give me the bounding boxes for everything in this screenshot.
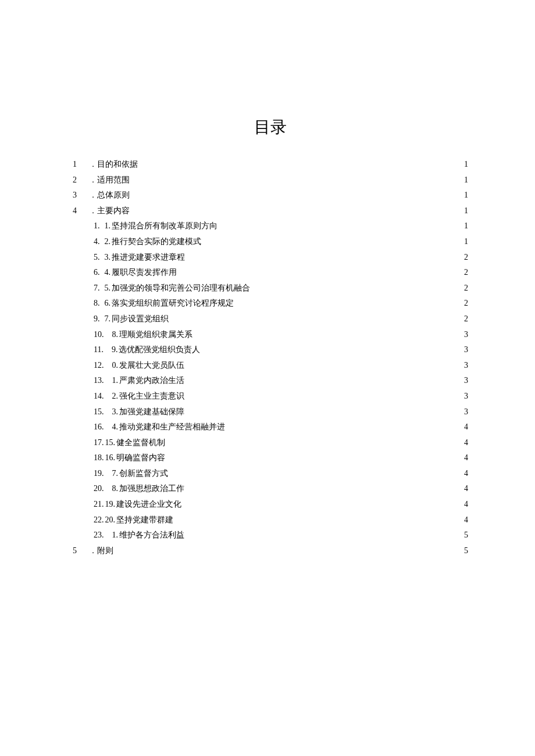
toc-top-row: 4 ． 主要内容 1 (73, 203, 468, 219)
toc-sub-prefix: 20. (105, 513, 116, 528)
toc-sub-prefix: 1. (112, 528, 119, 543)
toc-sub-prefix: 8. (112, 327, 119, 343)
toc-sub-prefix: 7. (105, 311, 111, 327)
toc-row-page: 4 (462, 513, 468, 528)
toc-row-page: 3 (462, 404, 468, 420)
toc-sub-prefix: 5. (105, 281, 111, 296)
toc-sub-number: 6. (94, 265, 100, 281)
toc-sub-number: 1. (94, 218, 100, 234)
toc-sub-row: 12. 0. 发展壮大党员队伍 3 (73, 358, 468, 374)
toc-sub-number: 18. (94, 450, 104, 466)
toc-row-number: 5 (73, 543, 89, 559)
toc-row-label: 附则 (97, 543, 113, 559)
toc-row-page: 4 (462, 435, 468, 451)
toc-sub-row: 22. 20. 坚持党建带群建 4 (73, 513, 468, 528)
toc-sub-label: 坚持混合所有制改革原则方向 (112, 218, 217, 234)
toc-top-row: 5 ． 附则 5 (73, 543, 468, 559)
toc-row-page: 2 (462, 296, 468, 311)
toc-sub-row: 20. 8. 加强思想政治工作 4 (73, 481, 468, 497)
toc-row-page: 1 (462, 218, 468, 234)
table-of-contents: 1 ． 目的和依据 1 2 ． 适用范围 1 3 ． 总体原则 1 4 ． 主要… (73, 157, 468, 558)
toc-sub-label: 创新监督方式 (119, 466, 168, 482)
toc-sub-row: 17. 15. 健全监督机制 4 (73, 435, 468, 451)
toc-row-page: 4 (462, 466, 468, 482)
toc-row-page: 3 (462, 342, 468, 358)
toc-sub-label: 严肃党内政治生活 (119, 373, 184, 389)
toc-sub-row: 18. 16. 明确监督内容 4 (73, 450, 468, 466)
toc-sub-row: 1. 1. 坚持混合所有制改革原则方向 1 (73, 218, 468, 234)
toc-row-leader (181, 499, 462, 507)
toc-sub-number: 23. (94, 528, 104, 543)
toc-sub-label: 履职尽责发挥作用 (112, 265, 177, 281)
toc-sub-prefix: 15. (105, 435, 116, 451)
toc-row-number: 1 (73, 157, 89, 173)
toc-sub-label: 同步设置党组织 (112, 311, 169, 327)
toc-sub-row: 16. 4. 推动党建和生产经营相融并进 4 (73, 420, 468, 435)
toc-row-dot: ． (89, 157, 97, 173)
toc-row-number: 4 (73, 203, 89, 219)
toc-row-page: 1 (462, 157, 468, 173)
toc-sub-label: 发展壮大党员队伍 (119, 358, 184, 374)
toc-row-page: 2 (462, 281, 468, 296)
toc-row-page: 2 (462, 265, 468, 281)
toc-row-label: 目的和依据 (97, 157, 138, 173)
toc-sub-number: 13. (94, 373, 104, 389)
toc-row-leader (138, 159, 462, 167)
toc-row-leader (184, 375, 462, 383)
toc-sub-number: 9. (94, 311, 100, 327)
toc-row-leader (185, 252, 462, 260)
toc-sub-label: 理顺党组织隶属关系 (119, 327, 192, 343)
toc-row-page: 2 (462, 250, 468, 266)
toc-row-leader (184, 406, 462, 414)
toc-row-leader (225, 421, 462, 429)
toc-row-leader (165, 437, 462, 445)
toc-sub-number: 21. (94, 497, 104, 513)
toc-sub-label: 加强党的领导和完善公司治理有机融合 (112, 281, 250, 296)
toc-sub-prefix: 8. (112, 481, 119, 497)
toc-title: 目录 (73, 116, 468, 138)
toc-row-leader (177, 267, 462, 275)
toc-sub-label: 推动党建和生产经营相融并进 (119, 420, 225, 435)
toc-sub-label: 明确监督内容 (116, 450, 165, 466)
toc-sub-prefix: 16. (105, 450, 116, 466)
toc-sub-row: 19. 7. 创新监督方式 4 (73, 466, 468, 482)
toc-row-number: 3 (73, 188, 89, 203)
toc-sub-prefix: 1. (112, 373, 119, 389)
toc-sub-row: 14. 2. 强化主业主责意识 3 (73, 389, 468, 404)
toc-sub-prefix: 4. (112, 420, 119, 435)
toc-top-row: 1 ． 目的和依据 1 (73, 157, 468, 173)
toc-row-leader (130, 205, 462, 213)
toc-sub-row: 23. 1. 维护各方合法利益 5 (73, 528, 468, 543)
toc-sub-number: 14. (94, 389, 104, 404)
toc-sub-prefix: 19. (105, 497, 116, 513)
toc-row-leader (250, 282, 462, 291)
toc-sub-label: 推行契合实际的党建模式 (112, 234, 201, 250)
toc-sub-number: 22. (94, 513, 104, 528)
toc-top-row: 3 ． 总体原则 1 (73, 188, 468, 203)
toc-row-leader (168, 468, 462, 476)
toc-sub-row: 21. 19. 建设先进企业文化 4 (73, 497, 468, 513)
toc-row-page: 1 (462, 234, 468, 250)
toc-sub-number: 5. (94, 250, 100, 266)
toc-row-number: 2 (73, 173, 89, 188)
toc-sub-number: 15. (94, 404, 104, 420)
toc-sub-prefix: 9. (112, 342, 118, 358)
toc-sub-prefix: 2. (112, 389, 119, 404)
toc-sub-prefix: 7. (112, 466, 119, 482)
toc-sub-row: 7. 5. 加强党的领导和完善公司治理有机融合 2 (73, 281, 468, 296)
toc-sub-number: 17. (94, 435, 104, 451)
toc-row-leader (130, 189, 462, 198)
toc-sub-number: 16. (94, 420, 104, 435)
toc-row-leader (234, 298, 462, 306)
toc-row-leader (169, 313, 462, 321)
toc-sub-prefix: 3. (112, 404, 119, 420)
toc-row-dot: ． (89, 188, 97, 203)
toc-sub-number: 19. (94, 466, 104, 482)
toc-row-label: 适用范围 (97, 173, 130, 188)
toc-sub-prefix: 3. (105, 250, 111, 266)
toc-sub-label: 选优配强党组织负责人 (119, 342, 200, 358)
toc-sub-row: 11. 9. 选优配强党组织负责人 3 (73, 342, 468, 358)
toc-sub-label: 加强思想政治工作 (119, 481, 184, 497)
toc-sub-label: 坚持党建带群建 (116, 513, 173, 528)
toc-row-page: 4 (462, 497, 468, 513)
